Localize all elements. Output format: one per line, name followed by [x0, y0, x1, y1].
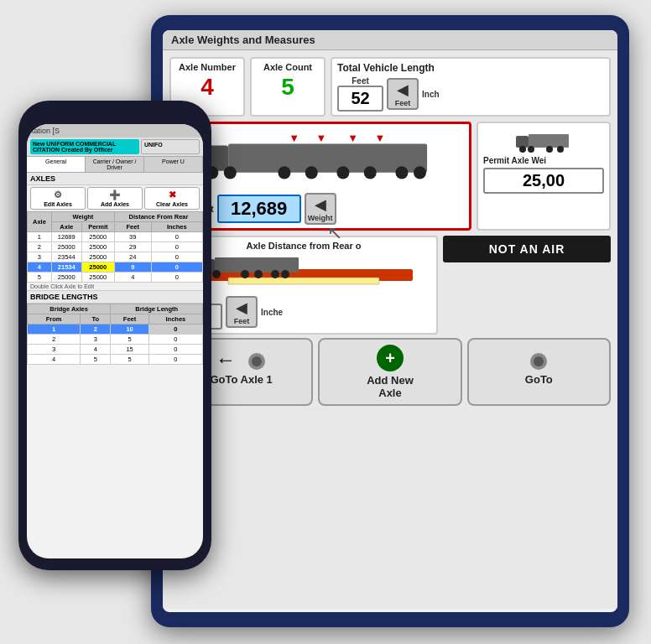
- col-inches: Inches: [151, 222, 202, 232]
- goto-next-button[interactable]: GoTo: [467, 338, 611, 406]
- double-click-hint: Double Click Axle to Edit: [27, 283, 203, 290]
- svg-point-26: [212, 270, 221, 278]
- bottom-row: ← GoTo Axle 1 + Add NewAxle: [169, 338, 611, 406]
- axle-table: Axle Weight Distance From Rear Axle Perm…: [27, 211, 203, 283]
- col-to: To: [81, 314, 111, 325]
- svg-text:▼: ▼: [316, 132, 327, 144]
- tablet-screen: Axle Weights and Measures Axle Number 4 …: [163, 30, 617, 612]
- add-icon: +: [377, 345, 404, 371]
- svg-point-10: [414, 166, 426, 179]
- distance-truck-svg: [176, 254, 431, 288]
- distance-nav-label: Feet: [234, 317, 250, 325]
- table-row[interactable]: 2350: [28, 335, 203, 345]
- svg-point-17: [519, 146, 526, 153]
- add-axle-label: Add NewAxle: [326, 374, 453, 399]
- svg-text:▼: ▼: [289, 132, 299, 144]
- bridge-table-container: Bridge Axles Bridge Length From To Feet …: [27, 304, 203, 365]
- table-row[interactable]: 22500025000290: [28, 242, 203, 252]
- svg-text:▼: ▼: [347, 132, 358, 144]
- table-row[interactable]: 11268925000390: [28, 232, 203, 242]
- svg-text:▼: ▼: [375, 132, 386, 144]
- tab-power[interactable]: Power U: [144, 157, 203, 172]
- cursor-arrow-icon: ↖: [327, 222, 342, 244]
- distance-nav-button[interactable]: ◀ Feet: [226, 296, 258, 328]
- axle-diagram-main: ▼ ▼ ▼ ▼ s Weight 12,689 ◀ Weight: [169, 122, 471, 231]
- table-row[interactable]: 12100: [28, 325, 203, 335]
- col-bridge-inches: Inches: [148, 314, 202, 325]
- svg-point-4: [224, 166, 237, 179]
- tab-general[interactable]: General: [27, 157, 86, 172]
- table-row[interactable]: 34150: [28, 345, 203, 355]
- tab-carrier[interactable]: Carrier / Owner / Driver: [86, 157, 144, 172]
- col-feet: Feet: [114, 222, 151, 232]
- uniform-button[interactable]: UNIFO: [141, 139, 200, 154]
- add-axles-button[interactable]: ➕ Add Axles: [87, 187, 143, 210]
- permit-diagram: [483, 129, 604, 156]
- col-bridge-axles: Bridge Axles: [28, 304, 111, 314]
- weight-nav-button[interactable]: ◀ Weight: [305, 193, 336, 225]
- col-weight: Weight: [51, 212, 114, 222]
- axle-diagram-row: ▼ ▼ ▼ ▼ s Weight 12,689 ◀ Weight: [169, 122, 611, 231]
- distance-inputs: Feet 39 ◀ Feet Inche: [176, 294, 431, 330]
- bridge-title: BRIDGE LENGTHS: [27, 290, 203, 304]
- feet-nav-button[interactable]: ◀ Feet: [387, 78, 419, 110]
- svg-point-29: [271, 270, 279, 278]
- distance-truck-container: [176, 254, 431, 291]
- tablet-titlebar: Axle Weights and Measures: [163, 30, 617, 50]
- top-row: Axle Number 4 Axle Count 5 Total Vehicle…: [169, 57, 611, 117]
- col-axle: Axle: [28, 212, 52, 232]
- distance-right: NOT AN AIR: [443, 236, 611, 335]
- left-arrow-icon: ◀: [397, 80, 409, 99]
- svg-point-19: [546, 146, 553, 153]
- vehicle-length-box: Total Vehicle Length Feet 52 ◀ Feet Inch: [331, 57, 611, 117]
- table-row[interactable]: 5250002500040: [28, 273, 203, 283]
- table-row[interactable]: 4215342500090: [28, 262, 203, 273]
- col-distance: Distance From Rear: [114, 212, 202, 222]
- distance-section: Axle Distance from Rear o: [169, 236, 611, 335]
- clear-axles-icon: ✖: [169, 190, 176, 200]
- new-citation-button[interactable]: New UNIFORM COMMERCIAL CITATION Created …: [30, 139, 139, 154]
- col-permit: Permit: [81, 222, 114, 232]
- edit-axles-icon: ⚙: [54, 190, 62, 200]
- svg-rect-16: [529, 134, 569, 148]
- length-inputs: Feet 52 ◀ Feet Inch: [337, 76, 604, 112]
- circle-icon: [247, 351, 267, 371]
- svg-point-30: [281, 270, 289, 278]
- svg-point-27: [241, 270, 249, 278]
- weight-field[interactable]: 12,689: [217, 195, 301, 223]
- svg-point-32: [252, 356, 262, 366]
- svg-point-20: [557, 146, 564, 153]
- goto-next-icon: [476, 348, 602, 371]
- tablet-device: Axle Weights and Measures Axle Number 4 …: [151, 15, 629, 627]
- distance-inches-label: Inche: [261, 308, 283, 317]
- add-new-axle-button[interactable]: + Add NewAxle: [318, 338, 461, 406]
- phone-notch: [81, 106, 148, 121]
- air-suspension-bar: NOT AN AIR: [443, 236, 611, 262]
- inches-label: Inch: [422, 90, 440, 99]
- svg-point-8: [364, 166, 377, 179]
- goto-next-label: GoTo: [476, 373, 602, 386]
- feet-field[interactable]: 52: [337, 86, 383, 112]
- svg-point-28: [254, 270, 263, 278]
- weight-row: s Weight 12,689 ◀ Weight: [175, 193, 466, 225]
- permit-truck-icon: [514, 129, 573, 154]
- table-row[interactable]: 4550: [28, 355, 203, 365]
- axle-number-value: 4: [178, 74, 237, 101]
- clear-axles-button[interactable]: ✖ Clear Axles: [144, 187, 200, 210]
- axle-table-container: Axle Weight Distance From Rear Axle Perm…: [27, 211, 203, 283]
- axles-section-title: AXLES: [27, 173, 203, 185]
- phone-titlebar: tation [S: [27, 124, 203, 138]
- phone-axle-buttons: ⚙ Edit Axles ➕ Add Axles ✖ Clear Axles: [27, 185, 203, 211]
- table-row[interactable]: 32354425000240: [28, 252, 203, 262]
- phone-device: tation [S New UNIFORM COMMERCIAL CITATIO…: [18, 101, 211, 570]
- permit-axle-weight-field[interactable]: 25,00: [483, 168, 604, 194]
- feet-label: Feet: [337, 76, 383, 86]
- col-bridge-feet: Feet: [111, 314, 149, 325]
- edit-axles-button[interactable]: ⚙ Edit Axles: [30, 187, 86, 210]
- left-arrow-weight-icon: ◀: [315, 195, 326, 214]
- distance-label: Axle Distance from Rear o: [176, 241, 431, 251]
- svg-point-7: [336, 166, 349, 179]
- svg-point-34: [534, 356, 544, 366]
- svg-rect-15: [516, 136, 529, 148]
- tablet-title: Axle Weights and Measures: [171, 34, 315, 46]
